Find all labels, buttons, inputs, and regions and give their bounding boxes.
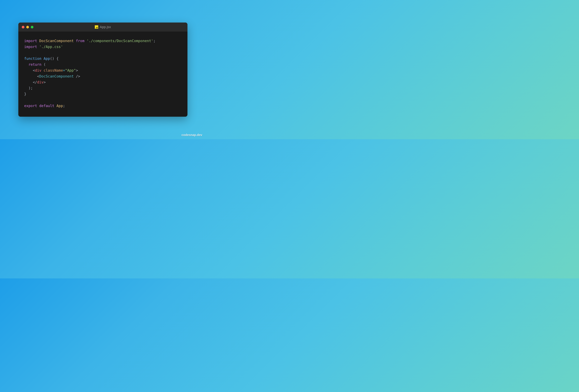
code-token: function [24, 57, 42, 61]
code-token [24, 80, 33, 84]
code-token: > [76, 68, 78, 72]
code-token [24, 63, 29, 66]
code-token [74, 39, 76, 43]
code-token: } [24, 92, 26, 96]
code-token: DocScanComponent [39, 74, 74, 78]
code-token: ( [44, 63, 46, 66]
code-token [37, 45, 39, 49]
minimize-button[interactable] [26, 26, 29, 28]
code-token [24, 74, 37, 78]
code-token: < [37, 74, 39, 78]
code-line: function App() { [24, 56, 182, 62]
code-token: App [44, 57, 50, 61]
title-center: JS App.jsx [95, 25, 111, 29]
code-token: import [24, 39, 37, 43]
code-token: = [63, 68, 65, 72]
code-token: /> [76, 74, 80, 78]
editor-window: JS App.jsx import DocScanComponent from … [18, 22, 187, 117]
code-token [24, 68, 33, 72]
code-token [37, 104, 39, 108]
code-line: ); [24, 85, 182, 91]
code-token: ; [63, 104, 65, 108]
code-token: App [56, 104, 63, 108]
watermark: codesnap.dev [182, 133, 202, 137]
code-token: from [76, 39, 84, 43]
code-token: () [50, 57, 54, 61]
code-token [41, 68, 44, 72]
code-token [37, 39, 39, 43]
traffic-lights [22, 26, 33, 28]
code-token: < [33, 68, 35, 72]
code-line: <DocScanComponent /> [24, 73, 182, 79]
code-token: { [56, 57, 59, 61]
code-token [41, 57, 44, 61]
code-token: default [39, 104, 54, 108]
code-token [84, 39, 87, 43]
code-token: ; [31, 86, 33, 90]
code-line: import './App.css' [24, 44, 182, 50]
code-line: import DocScanComponent from './componen… [24, 38, 182, 44]
code-token: div [35, 68, 42, 72]
window-titlebar: JS App.jsx [18, 22, 187, 32]
code-token: className [44, 68, 63, 72]
close-button[interactable] [22, 26, 24, 28]
code-token: ; [153, 39, 155, 43]
code-line: </div> [24, 79, 182, 85]
code-token: </ [33, 80, 37, 84]
code-line: return ( [24, 62, 182, 67]
filename-label: App.jsx [100, 25, 111, 29]
code-token: "App" [65, 68, 76, 72]
code-line: } [24, 91, 182, 97]
code-token [54, 57, 56, 61]
code-token [24, 86, 29, 90]
code-token [74, 74, 76, 78]
maximize-button[interactable] [31, 26, 33, 28]
code-line: <div className="App"> [24, 67, 182, 73]
code-line: export default App; [24, 103, 182, 109]
code-token: './App.css' [39, 45, 63, 49]
code-token: import [24, 45, 37, 49]
code-token: return [28, 63, 41, 66]
code-token: export [24, 104, 37, 108]
code-token: DocScanComponent [39, 39, 74, 43]
code-token: div [37, 80, 44, 84]
code-token: > [44, 80, 46, 84]
code-line [24, 97, 182, 103]
code-token [54, 104, 56, 108]
code-line [24, 50, 182, 56]
code-token: ) [28, 86, 31, 90]
javascript-icon: JS [95, 25, 98, 29]
code-token: './components/DocScanComponent' [87, 39, 153, 43]
code-editor[interactable]: import DocScanComponent from './componen… [18, 32, 187, 117]
code-token [41, 63, 44, 66]
